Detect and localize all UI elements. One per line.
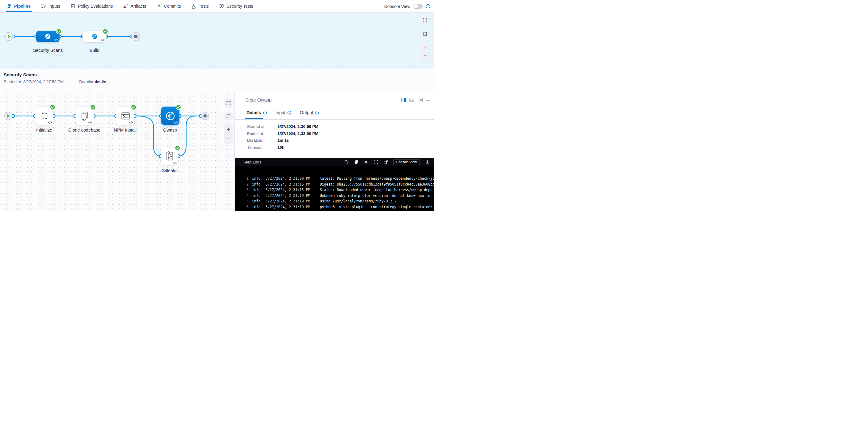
log-level: info <box>252 205 261 209</box>
layout-vertical-split-button[interactable] <box>401 98 406 102</box>
tab-output[interactable]: Output <box>300 110 319 115</box>
owasp-icon <box>165 110 176 122</box>
field-timeout: Timeout:10h <box>247 145 284 150</box>
step-label[interactable]: Gitleaks <box>161 168 177 173</box>
layout-horizontal-split-button[interactable] <box>409 98 414 102</box>
fullscreen-icon <box>226 101 231 105</box>
stage-start-node[interactable] <box>4 32 13 41</box>
fullscreen-button[interactable] <box>421 16 429 25</box>
code-icon: </> <box>48 121 52 124</box>
tab-input[interactable]: Input <box>276 110 291 115</box>
success-check-icon <box>102 29 108 34</box>
log-line-number: 4 <box>244 194 249 198</box>
marquee-select-button[interactable] <box>224 112 233 120</box>
code-icon: </> <box>174 121 178 124</box>
layout-floating-button[interactable] <box>418 98 423 102</box>
zoom-controls: + − <box>421 43 429 60</box>
zoom-out-button[interactable]: − <box>423 54 427 58</box>
log-timestamp: 3/27/2024, 2:31:19 PM <box>266 199 312 203</box>
tab-label: Details <box>246 110 261 115</box>
step-logs-body[interactable]: 1 info 3/27/2024, 2:31:00 PM latest: Pul… <box>235 166 434 211</box>
stage-info-title: Security Scans <box>4 72 37 77</box>
log-message: Using /usr/local/rvm/gems/ruby-3.2.2 <box>320 199 396 203</box>
stage-graph-canvas: </> </> Security Scan <box>0 13 434 69</box>
zoom-in-button[interactable]: + <box>227 128 230 132</box>
log-message: python3 -m sto_plugin --run-strategy sin… <box>320 205 432 209</box>
field-duration: Duration:1m 1s <box>247 138 289 142</box>
clone-codebase-icon <box>80 111 89 121</box>
step-card-clone-codebase[interactable]: </> <box>75 107 94 125</box>
step-card-initialize[interactable]: </> <box>35 107 53 125</box>
log-level: info <box>252 176 261 181</box>
marquee-select-button[interactable] <box>421 30 429 38</box>
stop-icon <box>204 115 207 118</box>
open-in-new-icon[interactable] <box>383 160 388 164</box>
log-level: info <box>252 182 261 187</box>
stage-label[interactable]: Security Scans <box>33 48 63 53</box>
stage-duration-label: Duration: <box>79 79 95 84</box>
tab-details[interactable]: Details <box>246 110 267 115</box>
step-graph-canvas: </> </> <box>0 92 235 211</box>
copy-icon[interactable] <box>354 160 359 164</box>
active-tab-underline <box>245 118 264 119</box>
tab-label: Policy Evaluations <box>78 4 113 8</box>
tab-policy-evaluations[interactable]: Policy Evaluations <box>71 0 113 12</box>
step-end-node[interactable] <box>201 112 209 120</box>
tab-artifacts[interactable]: Artifacts <box>123 0 146 12</box>
log-line: 1 info 3/27/2024, 2:31:00 PM latest: Pul… <box>235 176 434 182</box>
tab-tests[interactable]: Tests <box>191 0 209 12</box>
log-timestamp: 3/27/2024, 2:31:15 PM <box>266 182 312 187</box>
log-line-number: 6 <box>244 205 249 209</box>
tab-commits[interactable]: Commits <box>157 0 181 12</box>
step-label[interactable]: Clone codebase <box>68 128 101 132</box>
fullscreen-button[interactable] <box>224 99 233 107</box>
search-icon[interactable] <box>344 160 349 164</box>
collapse-panel-button[interactable] <box>426 100 430 101</box>
log-line-number: 1 <box>244 176 249 181</box>
success-check-icon <box>131 104 136 110</box>
download-icon[interactable] <box>425 160 430 164</box>
log-timestamp: 3/27/2024, 2:31:00 PM <box>266 176 312 181</box>
tab-security-tests[interactable]: Security Tests <box>219 0 253 12</box>
log-level: info <box>252 194 261 198</box>
console-view-toggle[interactable] <box>413 4 423 9</box>
stage-end-node[interactable] <box>131 32 140 41</box>
terminal-icon <box>121 111 130 121</box>
layout-fill <box>409 100 414 102</box>
stage-label[interactable]: Build <box>90 48 99 53</box>
step-label[interactable]: Owasp <box>163 128 177 132</box>
success-check-icon <box>50 104 56 110</box>
pipeline-icon <box>7 4 12 8</box>
field-value: 3/27/2024, 2:30:59 PM <box>277 124 318 129</box>
step-card-gitleaks[interactable]: </> <box>161 148 178 165</box>
zoom-out-button[interactable]: − <box>227 136 230 140</box>
log-message: Status: Downloaded newer image for harne… <box>320 188 434 192</box>
code-icon: </> <box>129 121 133 124</box>
tab-pipeline[interactable]: Pipeline <box>7 0 31 12</box>
stage-card-security-scans[interactable]: </> <box>36 31 60 42</box>
stage-card-build[interactable]: </> <box>83 31 106 42</box>
nav-right-controls: Console View <box>384 0 430 12</box>
tests-icon <box>191 4 196 8</box>
step-details-panel: Step: Owasp Details Input Output <box>235 92 434 211</box>
expand-icon[interactable] <box>374 160 378 164</box>
stage-duration-value: 4m 2s <box>95 79 106 84</box>
zoom-in-button[interactable]: + <box>423 45 427 50</box>
info-icon[interactable] <box>426 4 430 8</box>
step-label[interactable]: Initialize <box>36 128 52 132</box>
step-card-npm-install[interactable]: </> <box>116 107 134 125</box>
log-line: 6 info 3/27/2024, 2:31:19 PM python3 -m … <box>235 204 434 210</box>
tab-inputs[interactable]: Inputs <box>41 0 60 12</box>
gitleaks-icon <box>165 151 174 162</box>
step-start-node[interactable] <box>4 112 12 120</box>
log-line: 2 info 3/27/2024, 2:31:15 PM Digest: sha… <box>235 182 434 187</box>
tab-label: Commits <box>164 4 181 8</box>
settings-gear-icon[interactable] <box>364 160 368 164</box>
fullscreen-icon <box>423 18 427 23</box>
step-logs-title: Step Logs <box>243 160 261 164</box>
console-view-button[interactable]: Console View <box>393 159 420 165</box>
info-icon <box>287 111 291 115</box>
log-line: 5 info 3/27/2024, 2:31:19 PM Using /usr/… <box>235 198 434 204</box>
step-card-owasp[interactable]: </> <box>161 107 179 125</box>
step-label[interactable]: NPM Install <box>114 128 136 132</box>
